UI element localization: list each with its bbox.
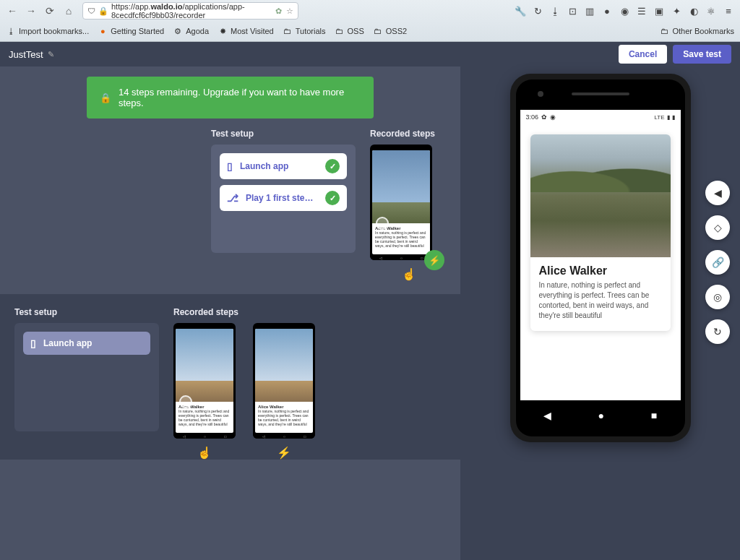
step-thumbnail[interactable]: Alice WalkerIn nature, nothing is perfec… <box>370 145 432 260</box>
setup-card-label: Launch app <box>43 338 143 348</box>
signal-icon: ▮ <box>667 114 670 121</box>
edit-icon[interactable]: ✎ <box>48 50 54 59</box>
app-header: JustTest ✎ Cancel Save test <box>0 42 740 66</box>
home-button[interactable]: ⌂ <box>61 3 77 19</box>
bookmark-tutorials[interactable]: 🗀Tutorials <box>283 26 326 36</box>
fab-link[interactable]: 🔗 <box>705 250 730 275</box>
fab-rotate[interactable]: ◇ <box>705 215 730 240</box>
ext-icon[interactable]: ✦ <box>669 4 684 18</box>
fab-refresh[interactable]: ↻ <box>705 319 730 344</box>
toolbar-icon[interactable]: ⊡ <box>565 4 580 18</box>
gear-icon: ✿ <box>541 113 547 121</box>
status-signal: LTE <box>654 114 664 121</box>
browser-chrome: ← → ⟳ ⌂ 🛡 🔒 https://app.waldo.io/applica… <box>0 0 740 42</box>
ext-icon[interactable]: ◐ <box>687 4 701 18</box>
card-description: In nature, nothing is perfect and everyt… <box>539 280 662 321</box>
device-speaker <box>572 92 629 95</box>
device-frame: 3:06 ✿ ◉ LTE ▮ ▮ <box>510 74 691 442</box>
test-name: JustTest ✎ <box>9 49 54 60</box>
nav-home-icon[interactable]: ● <box>598 410 604 421</box>
folder-icon: 🗀 <box>335 26 345 36</box>
setup-box: ▯ Launch app <box>14 323 159 431</box>
firefox-icon: ● <box>98 26 108 36</box>
recorded-label: Recorded steps <box>370 129 447 139</box>
url-bar[interactable]: 🛡 🔒 https://app.waldo.io/applications/ap… <box>82 2 298 20</box>
ext-icon[interactable]: ◉ <box>617 4 632 18</box>
left-panel: 🔒 14 steps remaining. Upgrade if you wan… <box>0 66 460 560</box>
fab-column: ◀ ◇ 🔗 ◎ ↻ <box>705 181 730 344</box>
nav-back-icon[interactable]: ◀ <box>543 410 551 421</box>
step-thumbnail[interactable]: Alice WalkerIn nature, nothing is perfec… <box>173 323 236 439</box>
device-camera <box>538 91 543 97</box>
check-icon: ✓ <box>325 159 340 173</box>
bookmark-agoda[interactable]: ⚙Agoda <box>173 26 209 36</box>
bookmark-getting-started[interactable]: ●Getting Started <box>98 26 164 36</box>
device-screen[interactable]: 3:06 ✿ ◉ LTE ▮ ▮ <box>520 110 681 400</box>
setup-label: Test setup <box>211 129 356 139</box>
ext-icon[interactable]: ☰ <box>634 4 649 18</box>
folder-icon: 🗀 <box>283 26 293 36</box>
menu-icon[interactable]: ≡ <box>721 4 736 18</box>
battery-icon: ▮ <box>672 114 675 121</box>
folder-icon: 🗀 <box>373 26 383 36</box>
bookmark-import[interactable]: ⭳Import bookmarks... <box>6 26 89 36</box>
upgrade-banner: 🔒 14 steps remaining. Upgrade if you wan… <box>87 77 374 119</box>
reload-button[interactable]: ⟳ <box>42 3 58 19</box>
bookmark-other[interactable]: 🗀Other Bookmarks <box>659 26 734 36</box>
status-bar: 3:06 ✿ ◉ LTE ▮ ▮ <box>520 110 681 124</box>
toolbar-icon[interactable]: 🔧 <box>513 4 528 18</box>
status-icon: ◉ <box>550 113 556 121</box>
photo-card[interactable]: Alice Walker In nature, nothing is perfe… <box>530 134 671 331</box>
url-text: https://app.waldo.io/applications/app-8c… <box>111 2 275 20</box>
toolbar-icon[interactable]: ↻ <box>530 4 545 18</box>
fab-location[interactable]: ◎ <box>705 285 730 309</box>
bookmark-oss[interactable]: 🗀OSS <box>335 26 364 36</box>
folder-icon: 🗀 <box>659 26 669 36</box>
nav-recent-icon[interactable]: ■ <box>651 410 657 421</box>
browser-toolbar: ← → ⟳ ⌂ 🛡 🔒 https://app.waldo.io/applica… <box>0 0 740 22</box>
fab-back[interactable]: ◀ <box>705 181 730 205</box>
lock-icon: 🔒 <box>98 7 108 16</box>
check-icon: ✓ <box>325 191 340 205</box>
phone-icon: ▯ <box>30 337 36 349</box>
card-title: Alice Walker <box>539 264 662 277</box>
flash-icon: ⚡ <box>253 446 315 460</box>
library-icon[interactable]: ▥ <box>582 4 597 18</box>
bookmarks-bar: ⭳Import bookmarks... ●Getting Started ⚙A… <box>0 22 740 40</box>
bookmark-most-visited[interactable]: ✸Most Visited <box>218 26 274 36</box>
card-photo <box>530 134 671 257</box>
device-nav-bar: ◀ ● ■ <box>520 405 681 426</box>
setup-card-play[interactable]: ⎇ Play 1 first step of "... ✓ <box>220 185 347 211</box>
extension-icon[interactable]: ✿ <box>275 7 282 16</box>
forward-button[interactable]: → <box>23 3 39 19</box>
setup-label: Test setup <box>14 307 159 317</box>
tap-indicator <box>376 217 389 230</box>
save-button[interactable]: Save test <box>673 45 731 64</box>
ext-icon[interactable]: ● <box>600 4 614 18</box>
flash-badge[interactable]: ⚡ <box>424 250 444 270</box>
setup-card-launch[interactable]: ▯ Launch app <box>23 332 150 355</box>
status-time: 3:06 <box>526 113 539 121</box>
shield-icon: 🛡 <box>87 7 95 15</box>
ext-icon[interactable]: ▣ <box>652 4 666 18</box>
tap-indicator <box>179 395 192 408</box>
download-icon[interactable]: ⭳ <box>548 4 562 18</box>
setup-card-label: Play 1 first step of "... <box>246 193 318 203</box>
device-preview-panel: 3:06 ✿ ◉ LTE ▮ ▮ <box>460 66 740 560</box>
back-button[interactable]: ← <box>4 3 20 19</box>
star-icon: ✸ <box>218 26 228 36</box>
gear-icon: ⚙ <box>173 26 183 36</box>
react-icon[interactable]: ⚛ <box>704 4 718 18</box>
recorded-label: Recorded steps <box>173 307 446 317</box>
bookmark-oss2[interactable]: 🗀OSS2 <box>373 26 407 36</box>
branch-icon: ⎇ <box>227 192 238 204</box>
bookmark-star-icon[interactable]: ☆ <box>286 7 293 16</box>
step-thumbnail[interactable]: Alice WalkerIn nature, nothing is perfec… <box>253 323 315 439</box>
setup-box: ▯ Launch app ✓ ⎇ Play 1 first step of ".… <box>211 145 356 253</box>
phone-icon: ▯ <box>227 160 233 172</box>
banner-text: 14 steps remaining. Upgrade if you want … <box>119 87 361 108</box>
download-icon: ⭳ <box>6 26 16 36</box>
tap-icon: ☝ <box>173 446 236 460</box>
setup-card-launch[interactable]: ▯ Launch app ✓ <box>220 153 347 179</box>
cancel-button[interactable]: Cancel <box>619 45 667 64</box>
